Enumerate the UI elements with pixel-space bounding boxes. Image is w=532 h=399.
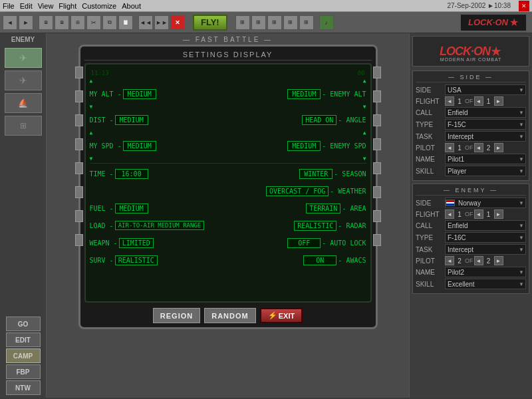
toolbar-btn-3[interactable]: ⊞ (70, 15, 85, 30)
toolbar-btn-prev[interactable]: ◄◄ (138, 15, 153, 30)
panel-btn-l3[interactable] (75, 114, 83, 126)
my-spd-value[interactable]: MEDIUM (123, 141, 156, 151)
panel-btn-r8[interactable] (373, 234, 381, 246)
edit-button[interactable]: EDIT (6, 332, 41, 347)
friendly-task-value[interactable]: Intercept ▼ (445, 131, 526, 142)
enemy-type-value[interactable]: F-16C ▼ (445, 232, 526, 243)
unit-plane2[interactable]: ✈ (5, 70, 42, 90)
toolbar-btn-sound[interactable]: ♪ (319, 15, 334, 30)
unit-tank[interactable]: ⊞ (5, 116, 42, 136)
fly-button[interactable]: FLY! (193, 15, 227, 31)
unit-plane1[interactable]: ✈ (5, 48, 42, 68)
enemy-spd-value[interactable]: MEDIUM (287, 141, 321, 151)
radar-value[interactable]: REALISTIC (294, 221, 336, 231)
menu-flight[interactable]: Flight (59, 2, 76, 10)
panel-btn-l5[interactable] (75, 162, 83, 174)
toolbar-btn-back[interactable]: ◄ (3, 15, 17, 30)
close-button[interactable]: ✕ (519, 1, 529, 11)
panel-btn-l8[interactable] (75, 234, 83, 246)
menu-file[interactable]: File (3, 2, 15, 10)
friendly-flight-prev2[interactable]: ◄ (474, 96, 483, 106)
toolbar-btn-cut[interactable]: ✂ (86, 15, 101, 30)
toolbar-btn-1[interactable]: 🗎 (39, 15, 53, 30)
load-value[interactable]: AIR-TO-AIR MEDIUM RANGE (115, 221, 205, 230)
enemy-call-value[interactable]: Enfield ▼ (445, 220, 526, 231)
toolbar-btn-fwd[interactable]: ► (19, 15, 33, 30)
enemy-pilot-next2[interactable]: ► (494, 256, 503, 265)
toolbar-btn-stop[interactable]: ✕ (170, 15, 185, 30)
surv-value[interactable]: REALISTIC (115, 255, 158, 265)
weapn-value[interactable]: LIMITED (119, 238, 154, 248)
toolbar-btn-6[interactable]: ⊞ (235, 15, 250, 30)
panel-btn-r6[interactable] (373, 186, 381, 198)
panel-btn-r5[interactable] (373, 162, 381, 174)
panel-btn-l4[interactable] (75, 138, 83, 150)
friendly-flight-prev[interactable]: ◄ (445, 96, 454, 106)
enemy-pilot-prev2[interactable]: ◄ (474, 256, 483, 265)
enemy-task-dropdown[interactable]: ▼ (517, 247, 525, 253)
my-alt-value[interactable]: MEDIUM (123, 89, 156, 99)
panel-btn-r1[interactable] (373, 66, 381, 78)
enemy-name-dropdown[interactable]: ▼ (517, 269, 525, 275)
enemy-side-value[interactable]: Norway ▼ (445, 198, 526, 208)
enemy-type-dropdown[interactable]: ▼ (517, 235, 525, 241)
toolbar-btn-9[interactable]: ⊞ (283, 15, 298, 30)
random-button[interactable]: RANDOM (204, 308, 256, 323)
autolock-value[interactable]: OFF (287, 238, 321, 248)
toolbar-btn-8[interactable]: ⊞ (267, 15, 282, 30)
time-value[interactable]: 16:00 (115, 169, 148, 179)
angle-value[interactable]: HEAD ON (302, 115, 336, 125)
enemy-name-value[interactable]: Pilot2 ▼ (445, 267, 526, 277)
enemy-flight-prev2[interactable]: ◄ (474, 209, 483, 219)
panel-btn-r2[interactable] (373, 90, 381, 102)
friendly-skill-value[interactable]: Player ▼ (445, 166, 526, 176)
friendly-pilot-next2[interactable]: ► (494, 143, 503, 152)
panel-btn-l7[interactable] (75, 210, 83, 222)
unit-ship[interactable]: ⛵ (5, 93, 42, 113)
friendly-pilot-prev2[interactable]: ◄ (474, 143, 483, 152)
toolbar-btn-5[interactable]: 📋 (118, 15, 133, 30)
terrain-value[interactable]: TERRAIN (306, 203, 340, 213)
menu-customize[interactable]: Customize (82, 2, 116, 10)
awacs-value[interactable]: ON (303, 255, 336, 265)
friendly-flight-next2[interactable]: ► (494, 96, 503, 106)
enemy-flight-next2[interactable]: ► (494, 209, 503, 219)
enemy-skill-value[interactable]: Excellent ▼ (445, 279, 526, 289)
friendly-name-dropdown[interactable]: ▼ (517, 156, 525, 162)
camp-button[interactable]: CAMP (6, 348, 41, 363)
toolbar-btn-next[interactable]: ►► (154, 15, 169, 30)
toolbar-btn-4[interactable]: ⧉ (102, 15, 117, 30)
friendly-type-value[interactable]: F-15C ▼ (445, 119, 526, 130)
friendly-name-value[interactable]: Pilot1 ▼ (445, 154, 526, 164)
toolbar-btn-10[interactable]: ⊞ (299, 15, 314, 30)
friendly-call-value[interactable]: Enfield ▼ (445, 107, 526, 118)
friendly-side-dropdown[interactable]: ▼ (517, 87, 525, 93)
panel-btn-r3[interactable] (373, 114, 381, 126)
exit-button[interactable]: ⚡ EXIT (260, 308, 303, 323)
enemy-flight-prev[interactable]: ◄ (445, 209, 454, 219)
toolbar-btn-2[interactable]: 🗎 (55, 15, 69, 30)
enemy-skill-dropdown[interactable]: ▼ (517, 281, 525, 287)
region-button[interactable]: REGION (153, 308, 200, 323)
enemy-alt-value[interactable]: MEDIUM (287, 89, 321, 99)
season-value[interactable]: WINTER (299, 169, 332, 179)
ntw-button[interactable]: NTW (6, 380, 41, 395)
panel-btn-l2[interactable] (75, 90, 83, 102)
enemy-call-dropdown[interactable]: ▼ (517, 223, 525, 229)
toolbar-btn-7[interactable]: ⊞ (251, 15, 266, 30)
friendly-side-value[interactable]: USA ▼ (445, 84, 526, 95)
panel-btn-l1[interactable] (75, 66, 83, 78)
panel-btn-r7[interactable] (373, 210, 381, 222)
menu-about[interactable]: About (122, 2, 141, 10)
enemy-pilot-prev[interactable]: ◄ (445, 256, 454, 265)
friendly-call-dropdown[interactable]: ▼ (517, 110, 525, 116)
fbp-button[interactable]: FBP (6, 364, 41, 379)
panel-btn-r4[interactable] (373, 138, 381, 150)
fuel-value[interactable]: MEDIUM (115, 203, 148, 213)
panel-btn-l6[interactable] (75, 186, 83, 198)
menu-view[interactable]: View (38, 2, 54, 10)
go-button[interactable]: GO (6, 317, 41, 331)
friendly-type-dropdown[interactable]: ▼ (517, 122, 525, 128)
menu-edit[interactable]: Edit (20, 2, 33, 10)
dist-value[interactable]: MEDIUM (115, 115, 148, 125)
